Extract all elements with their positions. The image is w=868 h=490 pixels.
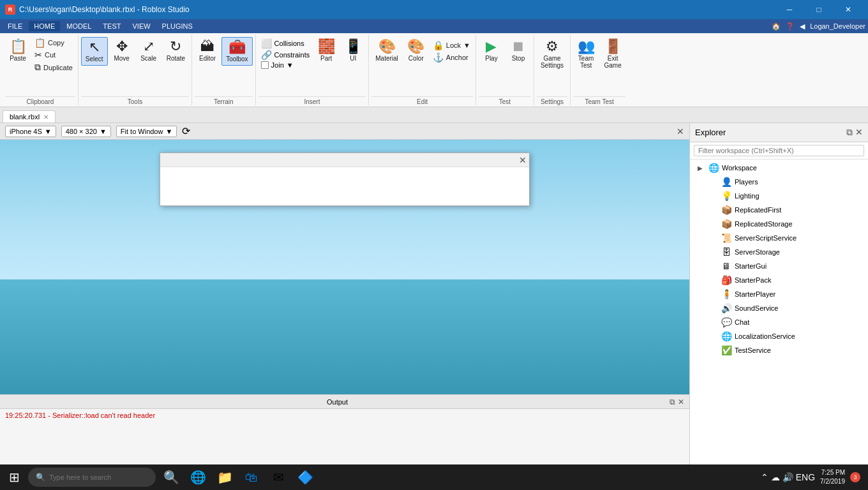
tree-item-lighting[interactable]: 💡 Lighting [690,189,868,203]
tray-volume[interactable]: 🔊 [782,472,793,482]
rotate-label: Rotate [167,55,185,62]
menu-test[interactable]: TEST [98,21,126,31]
minimize-button[interactable]: ─ [775,0,804,19]
paste-icon: 📋 [10,40,27,54]
insert-label: Insert [258,96,366,105]
menu-back-icon[interactable]: ◀ [800,22,805,31]
select-icon: ↖ [89,40,100,54]
device-selector[interactable]: iPhone 4S ▼ [5,126,56,137]
tree-item-workspace[interactable]: ▶ 🌐 Workspace [690,161,868,175]
collisions-checkbox[interactable]: ⬜ Collisions [261,38,310,48]
scale-button[interactable]: ⤢ Scale [136,37,161,64]
exit-game-button[interactable]: 🚪 ExitGame [600,37,625,71]
toolbox-button[interactable]: 🧰 Toolbox [221,37,252,66]
menu-model[interactable]: MODEL [61,21,96,31]
tree-item-chat[interactable]: 💬 Chat [690,315,868,329]
game-settings-button[interactable]: ⚙ GameSettings [537,37,567,71]
menu-view[interactable]: VIEW [127,21,155,31]
explorer-filter-input[interactable] [694,145,864,156]
viewport-canvas[interactable]: ✕ [0,140,689,394]
dialog-close-btn[interactable]: ✕ [519,155,527,165]
close-button[interactable]: ✕ [834,0,863,19]
file-tab-close[interactable]: ✕ [43,114,49,121]
tree-item-soundservice[interactable]: 🔊 SoundService [690,301,868,315]
clock-block[interactable]: 7:25 PM 7/2/2019 [820,468,845,486]
tray-chevron[interactable]: ⌃ [761,472,768,482]
part-button[interactable]: 🧱 Part [313,37,339,64]
start-button[interactable]: ⊞ [3,466,26,489]
maximize-button[interactable]: □ [804,0,834,19]
tree-item-localizationservice[interactable]: 🌐 LocalizationService [690,329,868,343]
device-bar-close[interactable]: ✕ [677,126,684,137]
paste-button[interactable]: 📋 Paste [5,37,31,82]
dialog-titlebar: ✕ [160,153,529,167]
editor-button[interactable]: 🏔 Editor [195,37,220,64]
duplicate-icon: ⧉ [34,62,41,73]
color-button[interactable]: 🎨 Color [403,37,429,64]
material-icon: 🎨 [378,40,396,54]
tree-item-starterpack[interactable]: 🎒 StarterPack [690,273,868,287]
rotate-button[interactable]: ↻ Rotate [163,37,189,64]
resolution-value: 480 × 320 [66,128,97,135]
copy-button[interactable]: 📋 Copy [32,37,75,48]
menu-home-icon[interactable]: 🏠 [772,22,781,31]
taskbar-mail[interactable]: ✉ [266,464,291,490]
menu-help-icon[interactable]: ❓ [786,22,795,31]
tree-item-players[interactable]: 👤 Players [690,175,868,189]
rotate-device-icon[interactable]: ⟳ [182,125,190,137]
output-close-btn[interactable]: ✕ [678,397,684,406]
output-expand-btn[interactable]: ⧉ [670,397,675,406]
taskbar-roblox[interactable]: 🔷 [292,464,318,490]
anchor-button[interactable]: ⚓ Anchor [430,52,473,63]
output-header: Output ⧉ ✕ [0,395,689,409]
select-label: Select [86,56,103,63]
file-tab-blank[interactable]: blank.rbxl ✕ [3,110,56,122]
join-checkbox[interactable]: Join ▼ [261,61,310,69]
tree-item-startergui[interactable]: 🖥 StarterGui [690,259,868,273]
teamtest-buttons: 👥 TeamTest 🚪 ExitGame [573,37,625,95]
notification-badge[interactable]: 3 [850,472,860,482]
tray-cloud[interactable]: ☁ [771,472,780,482]
select-button[interactable]: ↖ Select [81,37,108,66]
constraints-checkbox[interactable]: 🔗 Constraints [261,50,310,60]
tree-item-starterplayer[interactable]: 🧍 StarterPlayer [690,287,868,301]
resolution-selector[interactable]: 480 × 320 ▼ [61,126,111,137]
stop-button[interactable]: ⏹ Stop [505,37,531,64]
edit-label: Edit [371,96,473,105]
tree-item-serverstorage[interactable]: 🗄 ServerStorage [690,245,868,259]
taskbar-search-input[interactable] [49,473,138,481]
move-button[interactable]: ✥ Move [109,37,135,64]
duplicate-button[interactable]: ⧉ Duplicate [32,61,75,73]
taskbar-search[interactable]: 🔍 [28,468,156,487]
explorer-close-btn[interactable]: ✕ [855,127,863,138]
tools-label: Tools [81,96,189,105]
taskbar-files[interactable]: 📁 [212,464,237,490]
cut-button[interactable]: ✂ Cut [32,49,75,61]
join-dropdown-icon[interactable]: ▼ [287,61,294,69]
menu-plugins[interactable]: PLUGINS [157,21,198,31]
menu-file[interactable]: FILE [3,21,27,31]
team-test-button[interactable]: 👥 TeamTest [573,37,599,71]
material-button[interactable]: 🎨 Material [371,37,402,64]
toolbox-label: Toolbox [226,56,248,63]
explorer-tree: ▶ 🌐 Workspace 👤 Players 💡 Lighting 📦 Rep… [690,160,868,473]
test-buttons: ▶ Play ⏹ Stop [479,37,531,95]
resolution-dropdown-icon: ▼ [100,128,107,135]
ui-button[interactable]: 📱 UI [340,37,366,64]
soundservice-label: SoundService [735,304,865,312]
tree-item-replicatedstorage[interactable]: 📦 ReplicatedStorage [690,217,868,231]
tree-item-serverscriptservice[interactable]: 📜 ServerScriptService [690,231,868,245]
taskbar-search-app[interactable]: 🔍 [158,464,184,490]
explorer-expand-btn[interactable]: ⧉ [846,127,853,138]
taskbar-store[interactable]: 🛍 [239,464,264,490]
tree-item-testservice[interactable]: ✅ TestService [690,343,868,357]
fit-selector[interactable]: Fit to Window ▼ [116,126,177,137]
output-controls: ⧉ ✕ [670,397,684,406]
play-button[interactable]: ▶ Play [479,37,504,64]
taskbar-chrome[interactable]: 🌐 [185,464,211,490]
explorer-panel: Explorer ⧉ ✕ ▶ 🌐 Workspace 👤 Players [689,123,868,490]
terrain-label: Terrain [195,96,252,105]
menu-home[interactable]: HOME [29,21,60,31]
lock-button[interactable]: 🔒 Lock ▼ [430,40,473,51]
tree-item-replicatedfirst[interactable]: 📦 ReplicatedFirst [690,203,868,217]
